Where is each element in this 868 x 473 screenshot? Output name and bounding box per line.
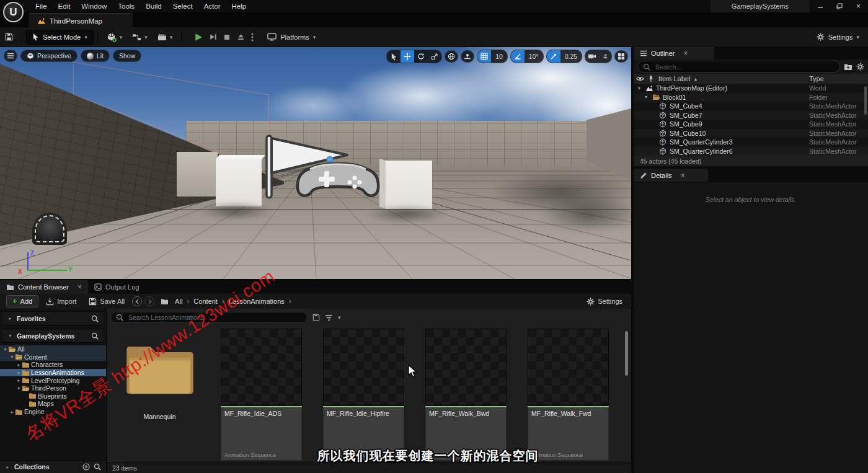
import-button[interactable]: Import xyxy=(41,295,81,307)
unreal-logo-icon[interactable]: U xyxy=(3,2,24,22)
expander-arrow-icon[interactable]: ▸ xyxy=(16,378,22,383)
cinematics-button[interactable]: ▾ xyxy=(153,30,178,45)
asset-tile[interactable]: MF_Rifle_Walk_Fwd Animation Sequence MF_… xyxy=(528,329,609,462)
folder-tree-row[interactable]: ▸ Characters xyxy=(0,361,106,369)
search-icon[interactable] xyxy=(94,463,101,471)
asset-tile[interactable]: MF_Rifle_Walk_Bwd Animation Sequence MF_… xyxy=(425,329,507,462)
close-icon[interactable]: × xyxy=(681,171,685,180)
scale-tool-button[interactable] xyxy=(428,50,441,63)
world-local-toggle[interactable] xyxy=(445,50,458,63)
close-button[interactable]: × xyxy=(849,0,868,12)
menu-item[interactable]: Actor xyxy=(198,1,226,12)
asset-grid-scrollbar[interactable] xyxy=(625,331,628,376)
expander-arrow-icon[interactable]: ▸ xyxy=(16,362,22,368)
lit-dropdown[interactable]: Lit xyxy=(81,50,110,62)
outliner-scrollbar[interactable] xyxy=(864,86,867,115)
show-dropdown[interactable]: Show xyxy=(113,50,141,62)
back-button[interactable] xyxy=(132,296,142,306)
menu-item[interactable]: Help xyxy=(226,1,252,12)
scale-snap-value[interactable]: 0.25 xyxy=(560,50,582,63)
rotation-snap-value[interactable]: 10° xyxy=(525,50,543,63)
white-cube-mesh[interactable] xyxy=(216,159,262,206)
menu-item[interactable]: Select xyxy=(167,1,198,12)
blueprints-button[interactable]: ▾ xyxy=(127,30,153,45)
expander-arrow-icon[interactable]: ▾ xyxy=(9,354,15,360)
favorites-section[interactable]: ▸ Favorites xyxy=(2,311,104,325)
expander-arrow-icon[interactable]: ▸ xyxy=(9,409,15,415)
forward-button[interactable] xyxy=(144,296,154,306)
viewport-options-menu[interactable] xyxy=(4,50,17,62)
tab-output-log[interactable]: Output Log xyxy=(88,280,145,294)
maximize-button[interactable] xyxy=(830,0,849,12)
folder-tree-row[interactable]: ▾ Content xyxy=(0,353,106,361)
content-browser-settings-button[interactable]: Settings xyxy=(587,298,625,306)
player-start-sprite[interactable] xyxy=(260,135,409,203)
menu-item[interactable]: Edit xyxy=(53,1,76,12)
expander-arrow-icon[interactable]: ▾ xyxy=(636,86,642,91)
outliner-search-input[interactable] xyxy=(637,61,840,73)
outliner-row[interactable]: SM_QuarterCylinder3 StaticMeshActor xyxy=(634,138,868,147)
eject-button[interactable] xyxy=(237,33,245,41)
outliner-row[interactable]: SM_Cube10 StaticMeshActor xyxy=(634,129,868,138)
outliner-row[interactable]: ▾ ThirdPersonMap (Editor) World xyxy=(634,84,868,93)
type-column[interactable]: Type xyxy=(809,75,824,82)
new-folder-icon[interactable] xyxy=(844,63,852,71)
scale-snap-toggle[interactable] xyxy=(547,50,560,63)
stop-button[interactable] xyxy=(223,33,231,41)
save-search-icon[interactable] xyxy=(312,314,320,321)
menu-item[interactable]: Tools xyxy=(112,1,140,12)
viewport-3d[interactable]: Z Y X Perspective Lit Show xyxy=(0,46,631,279)
camera-speed-button[interactable] xyxy=(585,50,599,63)
perspective-dropdown[interactable]: Perspective xyxy=(20,50,78,62)
add-button[interactable]: + Add xyxy=(6,295,38,307)
tab-content-browser[interactable]: Content Browser × xyxy=(0,280,88,294)
settings-dropdown[interactable]: Settings ▾ xyxy=(817,33,868,41)
tab-details[interactable]: Details × xyxy=(634,169,708,182)
outliner-row[interactable]: SM_Cube9 StaticMeshActor xyxy=(634,120,868,129)
save-all-button[interactable]: Save All xyxy=(84,295,130,307)
breadcrumb-item[interactable]: All xyxy=(175,298,182,305)
add-collection-icon[interactable] xyxy=(82,463,90,471)
search-icon[interactable] xyxy=(91,315,99,322)
rotation-snap-toggle[interactable] xyxy=(511,50,525,63)
outliner-search-field[interactable] xyxy=(654,63,835,71)
asset-tile[interactable]: MF_Rifle_Idle_ADS Animation Sequence MF_… xyxy=(221,329,302,462)
select-tool-button[interactable] xyxy=(387,50,401,63)
menu-item[interactable]: Build xyxy=(140,1,167,12)
chevron-down-icon[interactable]: ▾ xyxy=(338,314,341,320)
dome-mesh[interactable] xyxy=(32,213,67,245)
outliner-row[interactable]: SM_Cube4 StaticMeshActor xyxy=(634,102,868,111)
asset-tile[interactable]: MF_Rifle_Idle_Hipfire Animation Sequence… xyxy=(323,329,404,462)
visibility-eye-icon[interactable] xyxy=(634,76,646,82)
minimize-button[interactable] xyxy=(810,0,830,12)
platforms-dropdown[interactable]: Platforms ▾ xyxy=(267,33,316,41)
expander-arrow-icon[interactable]: ▾ xyxy=(2,347,8,352)
close-icon[interactable]: × xyxy=(78,283,82,291)
grey-cube-mesh[interactable] xyxy=(177,152,218,197)
search-icon[interactable] xyxy=(91,332,99,340)
sources-section[interactable]: ▾ GameplaySystems xyxy=(2,329,104,343)
menu-item[interactable]: File xyxy=(30,1,53,12)
tab-thirdpersonmap[interactable]: ThirdPersonMap xyxy=(29,13,133,28)
play-button[interactable] xyxy=(194,33,203,42)
item-label-column[interactable]: Item Label xyxy=(658,75,690,82)
tab-outliner[interactable]: Outliner × xyxy=(634,46,714,60)
frame-skip-button[interactable] xyxy=(209,33,217,41)
collections-section[interactable]: ▸ Collections xyxy=(0,460,106,473)
folder-tree-row[interactable]: ▾ All xyxy=(0,345,106,353)
folder-tree-row[interactable]: ▸ LessonAnimations xyxy=(0,369,106,377)
close-icon[interactable]: × xyxy=(684,49,688,58)
play-options-kebab-icon[interactable] xyxy=(251,33,254,42)
maximize-viewport-button[interactable] xyxy=(614,50,628,63)
pin-icon[interactable] xyxy=(646,75,656,82)
grid-snap-value[interactable]: 10 xyxy=(491,50,507,63)
camera-speed-value[interactable]: 4 xyxy=(599,50,611,63)
expander-arrow-icon[interactable]: ▸ xyxy=(16,370,22,376)
outliner-row[interactable]: SM_Cube7 StaticMeshActor xyxy=(634,111,868,120)
move-tool-button[interactable] xyxy=(401,50,414,63)
save-button[interactable] xyxy=(0,30,18,45)
grid-snap-toggle[interactable] xyxy=(477,50,491,63)
expander-arrow-icon[interactable]: ▾ xyxy=(16,386,22,391)
add-actor-button[interactable]: ▾ xyxy=(102,30,128,45)
rotate-tool-button[interactable] xyxy=(414,50,428,63)
